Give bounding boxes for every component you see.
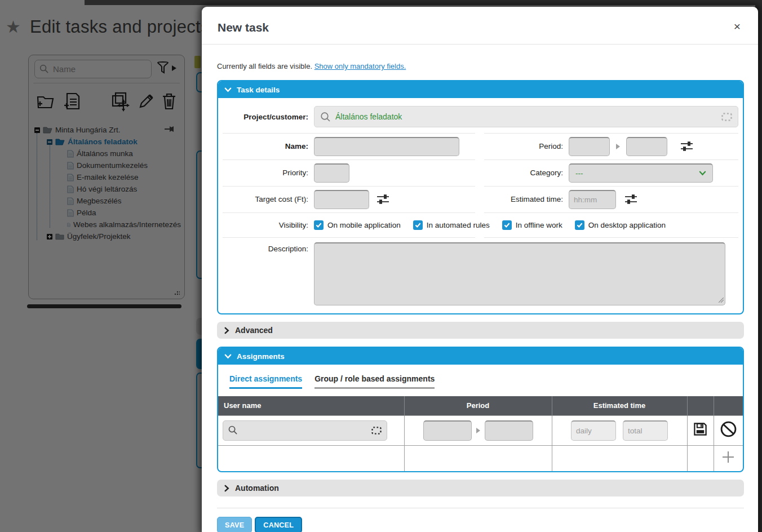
cancel-row-icon[interactable] [719,420,739,438]
checkbox-checked-icon [575,220,584,230]
fields-visibility-info: Currently all fields are visible. Show o… [217,62,744,70]
dialog-title: New task [218,21,269,34]
estimated-time-settings-icon[interactable] [625,194,637,205]
project-customer-input[interactable] [335,112,717,121]
dialog-header: New task × [202,7,758,45]
lookup-list-icon[interactable] [371,427,382,435]
project-customer-search-field[interactable] [314,106,738,127]
period-from-input[interactable] [569,137,610,156]
row-project-customer: Project/customer: [223,100,738,133]
assignments-tabs: Direct assignments Group / role based as… [218,365,743,389]
checkbox-checked-icon [502,220,512,230]
row-description: Description: [223,237,738,308]
period-settings-icon[interactable] [681,141,693,152]
estimated-total-input[interactable] [623,420,668,441]
section-task-details-header[interactable]: Task details [218,81,743,98]
period-arrow-icon [616,144,620,149]
assignments-table-header-row: User name Period Estimated time [218,396,743,415]
col-period: Period [404,396,552,415]
close-icon[interactable]: × [730,19,745,34]
priority-input[interactable] [314,163,349,183]
assignment-new-row [218,415,743,445]
new-task-dialog: New task × Currently all fields are visi… [202,7,758,532]
category-label: Category: [476,169,569,177]
chevron-right-icon [224,327,229,334]
show-mandatory-fields-link[interactable]: Show only mandatory fields. [314,62,406,70]
dialog-footer: SAVE CANCEL [217,508,744,532]
period-label: Period: [476,142,569,150]
save-button[interactable]: SAVE [217,517,252,532]
assignment-empty-row [218,445,743,471]
save-row-icon[interactable] [692,422,709,437]
visibility-automated-checkbox[interactable]: In automated rules [413,220,490,230]
search-icon [228,425,238,435]
chevron-down-icon [224,87,232,92]
estimated-time-input[interactable] [569,190,616,209]
assignment-period-to-input[interactable] [485,420,533,441]
col-save [687,396,714,415]
textarea-resize-handle[interactable] [719,295,724,305]
col-user-name: User name [218,396,404,415]
chevron-down-icon [224,354,232,359]
description-label: Description: [223,242,314,253]
section-automation-header[interactable]: Automation [217,480,744,496]
col-cancel [714,396,743,415]
add-row-icon[interactable] [719,450,739,464]
project-customer-label: Project/customer: [223,113,314,121]
col-estimated-time: Estimated time [552,396,687,415]
chevron-right-icon [224,485,229,492]
row-name-period: Name: Period: [223,133,738,159]
target-cost-label: Target cost (Ft): [223,195,314,203]
section-advanced-header[interactable]: Advanced [217,322,744,339]
cancel-button[interactable]: CANCEL [255,517,302,532]
tab-group-role-assignments[interactable]: Group / role based assignments [314,374,435,389]
search-icon [320,112,331,122]
description-textarea[interactable] [314,242,725,305]
section-assignments: Assignments Direct assignments Group / r… [217,347,744,472]
user-search-input[interactable] [242,426,367,435]
chevron-down-icon [699,171,706,176]
user-search-field[interactable] [223,420,387,441]
name-label: Name: [223,142,314,150]
name-input[interactable] [314,137,459,156]
row-cost-time: Target cost (Ft): Estimated time: [223,186,738,212]
checkbox-checked-icon [314,220,324,230]
priority-label: Priority: [223,169,314,177]
visibility-offline-checkbox[interactable]: In offline work [502,220,562,230]
tab-direct-assignments[interactable]: Direct assignments [229,374,302,389]
section-task-details: Task details Project/customer: Name: [217,80,744,314]
lookup-list-icon[interactable] [721,113,732,121]
visibility-desktop-checkbox[interactable]: On desktop application [575,220,666,230]
period-arrow-icon [476,428,480,433]
visibility-label: Visibility: [223,221,314,229]
estimated-time-label: Estimated time: [476,195,569,203]
estimated-daily-input[interactable] [571,420,616,441]
target-cost-input[interactable] [314,190,369,209]
visibility-mobile-checkbox[interactable]: On mobile application [314,220,401,230]
target-cost-settings-icon[interactable] [377,194,389,205]
period-to-input[interactable] [626,137,667,156]
assignment-period-from-input[interactable] [423,420,472,441]
section-assignments-header[interactable]: Assignments [218,348,743,365]
checkbox-checked-icon [413,220,423,230]
assignments-table: User name Period Estimated time [218,396,743,471]
category-select[interactable]: --- [569,163,713,183]
row-visibility: Visibility: On mobile application In aut… [223,212,738,237]
row-priority-category: Priority: Category: --- [223,159,738,186]
